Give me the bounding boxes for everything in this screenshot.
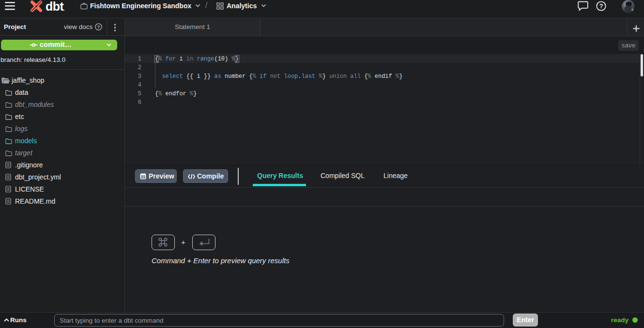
svg-text:?: ? xyxy=(97,24,100,30)
svg-text:?: ? xyxy=(599,3,603,10)
